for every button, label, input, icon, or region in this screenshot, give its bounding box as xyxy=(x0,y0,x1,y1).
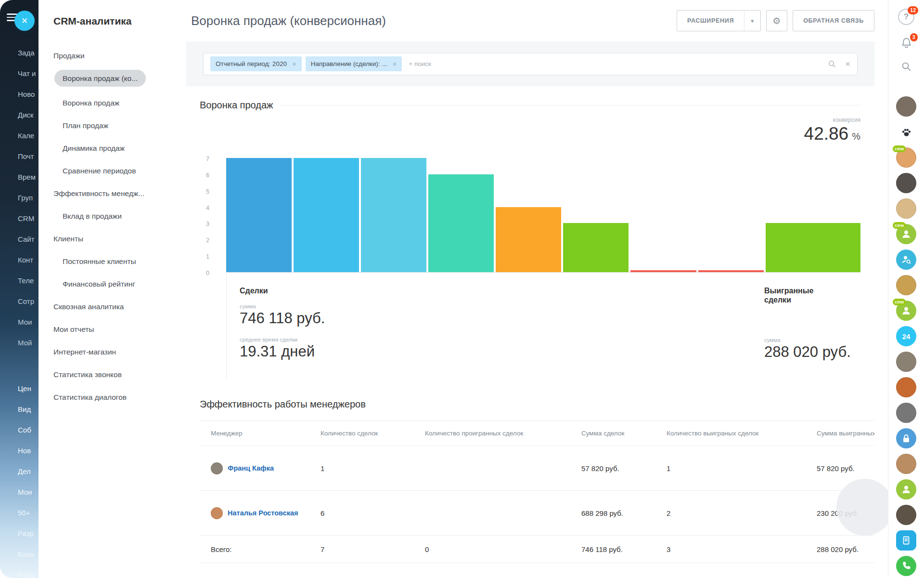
lock-icon[interactable] xyxy=(896,428,916,448)
sidebar-item[interactable]: Нов xyxy=(0,440,38,461)
funnel-bar[interactable] xyxy=(226,158,292,272)
feedback-button[interactable]: ОБРАТНАЯ СВЯЗЬ xyxy=(793,10,874,31)
search-placeholder[interactable]: + поиск xyxy=(409,60,431,67)
user-avatar[interactable] xyxy=(896,173,916,193)
column-header: Количество проигранных сделок xyxy=(425,429,581,437)
won-sum-cell: 57 820 руб. xyxy=(817,464,874,473)
sidebar-item[interactable]: Сайт xyxy=(0,229,38,250)
funnel-bar[interactable] xyxy=(630,270,696,272)
sidebar-item[interactable]: Вид xyxy=(0,399,38,420)
user-avatar[interactable] xyxy=(896,403,916,423)
filter-chip[interactable]: Отчетный период: 2020× xyxy=(210,56,302,71)
help-button[interactable]: ? 12 xyxy=(898,9,914,25)
conversion-block: конверсия 42.86 % xyxy=(200,117,860,147)
menu-item[interactable]: Воронка продаж (ко... xyxy=(38,67,183,92)
sidebar-item[interactable]: Конт xyxy=(0,250,38,270)
search-icon[interactable] xyxy=(828,60,836,68)
counter-24-badge[interactable]: 24 xyxy=(896,326,916,346)
user-avatar[interactable] xyxy=(896,275,916,295)
sidebar-spacer xyxy=(0,353,38,378)
sidebar-item[interactable]: Сотр xyxy=(0,291,38,312)
funnel-section-head: Воронка продаж xyxy=(200,100,860,111)
deals-stat-block: Сделки сумма 746 118 руб. среднее время … xyxy=(226,273,325,380)
filter-search-box[interactable]: Отчетный период: 2020×Направление (сделк… xyxy=(203,53,858,75)
menu-item[interactable]: Постоянные клиенты xyxy=(38,250,183,273)
assistant-circle[interactable] xyxy=(836,479,893,536)
sidebar-item[interactable]: Врем xyxy=(0,167,38,187)
sidebar-item[interactable]: Цен xyxy=(0,378,38,399)
won-count-cell: 2 xyxy=(667,509,817,517)
sidebar-item[interactable]: Ново xyxy=(0,84,38,105)
sidebar-item[interactable]: Зада xyxy=(0,42,38,63)
funnel-bar[interactable] xyxy=(766,223,860,272)
menu-item[interactable]: Эффективность менедж... xyxy=(38,182,183,205)
extensions-button[interactable]: РАСШИРЕНИЯ xyxy=(677,11,744,31)
funnel-bar[interactable] xyxy=(428,174,494,272)
extensions-dropdown-button[interactable]: ▾ xyxy=(744,11,760,31)
sidebar-item[interactable]: Дел xyxy=(0,461,38,482)
sidebar-item[interactable]: Груп xyxy=(0,187,38,208)
menu-item[interactable]: Статистика звонков xyxy=(38,363,183,386)
funnel-bar[interactable] xyxy=(698,270,764,272)
column-header: Сумма выигранных сделок xyxy=(817,429,874,437)
sidebar-item[interactable]: Робо xyxy=(0,565,38,578)
chip-remove-icon[interactable]: × xyxy=(393,62,397,66)
funnel-bar[interactable] xyxy=(361,158,426,272)
notifications-button[interactable]: 3 xyxy=(900,37,913,50)
call-button[interactable] xyxy=(896,556,916,576)
totals-deals: 7 xyxy=(321,545,425,553)
clear-filter-icon[interactable]: × xyxy=(845,61,850,67)
sidebar-item[interactable]: Диск xyxy=(0,105,38,125)
sidebar-item[interactable]: Почт xyxy=(0,146,38,167)
menu-item[interactable]: План продаж xyxy=(38,114,183,137)
funnel-bar[interactable] xyxy=(496,207,561,272)
user-avatar[interactable] xyxy=(896,377,916,397)
menu-item[interactable]: Мои отчеты xyxy=(38,318,183,341)
menu-item[interactable]: Вклад в продажи xyxy=(38,205,183,227)
manager-link[interactable]: Франц Кафка xyxy=(228,464,274,472)
copy-document-button[interactable] xyxy=(896,530,916,551)
user-avatar[interactable] xyxy=(896,479,916,499)
conversion-unit: % xyxy=(852,126,860,147)
menu-item[interactable]: Клиенты xyxy=(38,227,183,250)
user-avatar[interactable] xyxy=(896,454,916,474)
sidebar-item[interactable]: Мой xyxy=(0,332,38,353)
search-button[interactable] xyxy=(901,61,912,72)
menu-item[interactable]: Финансовый рейтинг xyxy=(38,273,183,295)
menu-item-label: Воронка продаж xyxy=(63,99,119,107)
settings-button[interactable]: ⚙ xyxy=(766,10,787,31)
chip-remove-icon[interactable]: × xyxy=(292,62,296,66)
user-search-avatar[interactable] xyxy=(896,250,916,270)
menu-item[interactable]: Воронка продаж xyxy=(38,92,183,114)
funnel-bar[interactable] xyxy=(294,158,359,272)
filter-chip[interactable]: Направление (сделки): ...× xyxy=(306,56,402,71)
funnel-bar[interactable] xyxy=(563,223,629,272)
totals-won: 3 xyxy=(667,545,817,553)
sidebar-item[interactable]: Кале xyxy=(0,125,38,146)
sidebar-item[interactable]: Мои xyxy=(0,312,38,332)
paw-icon[interactable] xyxy=(896,122,916,142)
sidebar-item[interactable]: CRM xyxy=(0,208,38,229)
user-avatar[interactable] xyxy=(896,505,916,525)
sidebar-item[interactable]: Мои xyxy=(0,482,38,502)
user-avatar[interactable] xyxy=(896,352,916,372)
manager-link[interactable]: Наталья Ростовская xyxy=(228,509,298,517)
sidebar-item[interactable]: Чат и xyxy=(0,63,38,84)
sidebar-item[interactable]: Соб xyxy=(0,420,38,440)
sidebar-item[interactable]: База xyxy=(0,544,38,565)
sidebar-item[interactable]: Теле xyxy=(0,270,38,291)
menu-item[interactable]: Сквозная аналитика xyxy=(38,295,183,318)
menu-item[interactable]: Динамика продаж xyxy=(38,137,183,159)
user-avatar[interactable]: CRM xyxy=(896,147,916,168)
menu-item[interactable]: Статистика диалогов xyxy=(38,386,183,408)
collapse-sidebar-button[interactable]: ✕ xyxy=(14,11,35,31)
menu-item[interactable]: Продажи xyxy=(38,44,183,67)
crm-user-avatar[interactable]: CRM xyxy=(896,301,916,321)
user-avatar[interactable] xyxy=(896,96,916,117)
menu-item[interactable]: Интернет-магазин xyxy=(38,341,183,363)
user-avatar[interactable] xyxy=(896,198,916,219)
crm-user-avatar[interactable]: CRM xyxy=(896,224,916,244)
sidebar-item[interactable]: Разр xyxy=(0,523,38,544)
sidebar-item[interactable]: 50+ xyxy=(0,502,38,523)
menu-item[interactable]: Сравнение периодов xyxy=(38,159,183,182)
